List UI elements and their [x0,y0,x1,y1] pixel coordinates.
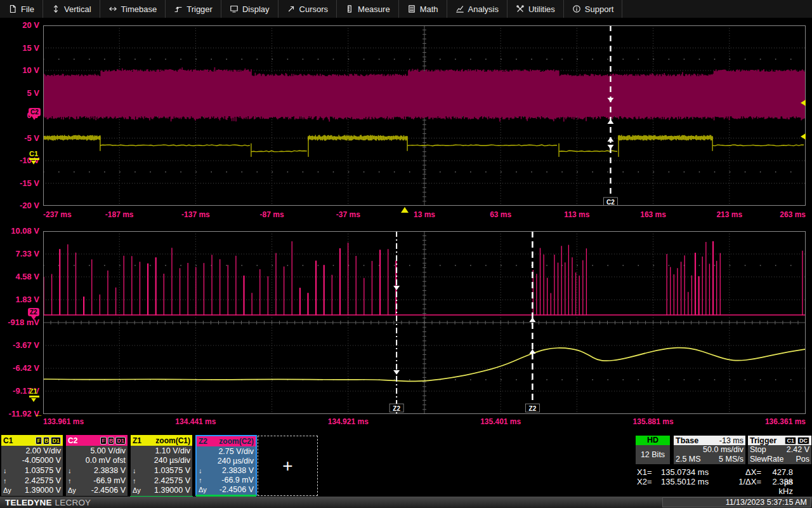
x-axis-label: 134.441 ms [175,417,216,426]
invdx-value: 2.338 kHz [765,477,811,486]
x-axis-label: 113 ms [564,210,589,219]
menu-item-label: Display [242,4,270,14]
menu-item-label: Trigger [187,4,213,14]
descriptor-row: Δy-2.4506 V [66,485,128,495]
c1-offset-marker[interactable]: C1 [29,150,38,157]
menu-item-file[interactable]: File [0,0,43,18]
menu-item-label: File [21,4,34,14]
trigger-source-badge: C1 [785,437,796,444]
trace-descriptor-c1[interactable]: C1FBD12.00 V/div-4.05000 V↓1.03575 V↑2.4… [1,435,63,496]
plus-icon: + [282,460,292,472]
menu-item-utilities[interactable]: Utilities [508,0,564,18]
x-axis-label: 133.961 ms [43,417,84,426]
descriptor-row: Δy1.39000 V [131,485,192,495]
brand-teledyne: TELEDYNE [5,498,52,507]
invdx-label: 1/ΔX= [727,477,765,486]
timebase-summary-box[interactable]: Tbase -13 ms 50.0 ms/div 2.5 MS 5 MS/s [674,436,745,464]
y-axis-label: 7.33 V [0,249,39,258]
c2-level-indicator-icon[interactable] [801,100,806,106]
trace-descriptor-z2[interactable]: Z2zoom(C2)2.75 V/div240 µs/div↓2.3838 V↑… [195,435,257,496]
z1-offscreen-left-arrow-icon: ← [34,410,43,418]
menu-item-support[interactable]: Support [564,0,623,18]
descriptor-row: ↑-66.9 mV [66,476,128,486]
descriptor-row: ↑2.42575 V [131,476,192,486]
main-timebase-grid[interactable]: C2 [43,25,806,206]
x-axis-label: 136.361 ms [765,417,806,426]
menu-bar: FileVerticalTimebaseTriggerDisplayCursor… [0,0,812,18]
monitor-icon [230,4,239,13]
descriptor-row: ↓2.3838 V [66,465,128,476]
zoom-grid[interactable]: Z2Z2 [43,231,806,414]
trigger-summary-box[interactable]: Trigger C1 DC Stop 2.42 V SlewRate Pos [748,436,811,464]
timebase-samples: 2.5 MS [676,455,701,464]
y-axis-label: -6.42 V [0,363,39,373]
trace-descriptor-z1[interactable]: Z1zoom(C1)1.10 V/div240 µs/div↓1.03575 V… [131,435,192,496]
trigger-level: 2.42 V [787,445,809,455]
y-axis-label: 20 V [0,20,39,30]
descriptor-row: 5.00 V/div [66,446,128,456]
y-axis-label: 4.58 V [0,272,39,281]
hd-mode-box[interactable]: HD 12 Bits [636,436,670,464]
descriptor-row: 240 µs/div [197,456,256,465]
line-chart-icon [455,4,464,13]
vertical-arrows-icon [51,4,60,13]
trigger-title: Trigger [750,436,776,445]
cursor-arrow-icon [287,4,296,13]
menu-item-trigger[interactable]: Trigger [166,0,221,18]
descriptor-row: Δy1.39000 V [1,485,63,495]
add-trace-button[interactable]: + [258,436,318,496]
trace-id-label: C1 [3,436,13,445]
menu-item-label: Support [585,4,614,14]
badge-f: F [36,437,42,444]
x-axis-label: 163 ms [640,210,666,219]
badge-d1: D1 [51,437,61,444]
y-axis-label: 1.83 V [0,295,39,304]
horizontal-arrows-icon [108,4,117,13]
menu-item-timebase[interactable]: Timebase [100,0,166,18]
y-axis-label: -5 V [0,133,39,143]
trace-id-label: Z1 [133,436,141,445]
badge-b: B [43,437,50,444]
c2-offset-marker[interactable]: C2 [29,108,41,116]
y-axis-label: -15 V [0,178,39,188]
trace-id-label: C2 [68,436,77,445]
z1-offset-marker[interactable]: Z1 [29,387,37,395]
trigger-type: SlewRate [750,455,784,464]
oscilloscope-app: FileVerticalTimebaseTriggerDisplayCursor… [0,0,812,508]
descriptor-row: 2.00 V/div [1,446,63,456]
x-axis-label: -37 ms [336,210,360,219]
menu-item-math[interactable]: Math [399,0,447,18]
brand-lecroy: LECROY [55,498,91,507]
trigger-edge-icon [174,4,183,13]
z2-offset-marker[interactable]: Z2 [28,308,39,316]
badge-b: B [108,437,115,444]
y-axis-label: 10 V [0,65,39,75]
descriptor-row: ↓2.3838 V [197,465,256,475]
descriptor-row: 1.10 V/div [131,446,192,456]
tools-icon [516,4,525,13]
y-axis-label: -20 V [0,201,39,210]
status-bar: TELEDYNE LECROY 11/13/2023 5:37:15 AM [0,497,812,508]
calculator-icon [407,4,416,13]
menu-item-cursors[interactable]: Cursors [278,0,337,18]
trace-descriptor-c2[interactable]: C2FBD15.00 V/div0.0 mV ofst↓2.3838 V↑-66… [66,435,128,496]
x-axis-label: -237 ms [43,210,72,219]
zoom-source-label: zoom(C2) [219,437,254,446]
menu-item-display[interactable]: Display [221,0,278,18]
menu-item-vertical[interactable]: Vertical [43,0,100,18]
dx-label: ΔX= [727,467,765,477]
menu-item-analysis[interactable]: Analysis [447,0,508,18]
descriptor-row: ↓1.03575 V [1,465,63,476]
x-axis-label: 263 ms [780,210,806,219]
timebase-offset: -13 ms [719,436,743,445]
x2-label: X2= [637,477,661,486]
y-axis-label: 10.08 V [0,226,39,236]
badge-d1: D1 [115,437,126,444]
menu-item-measure[interactable]: Measure [337,0,399,18]
descriptor-row: ↓1.03575 V [131,465,192,476]
x-axis-label: 13 ms [414,210,435,219]
x-axis-label: 134.921 ms [328,417,369,426]
trigger-position-marker[interactable] [401,207,409,213]
c1-level-indicator-icon[interactable] [801,133,806,140]
x-axis-label: 63 ms [490,210,511,219]
